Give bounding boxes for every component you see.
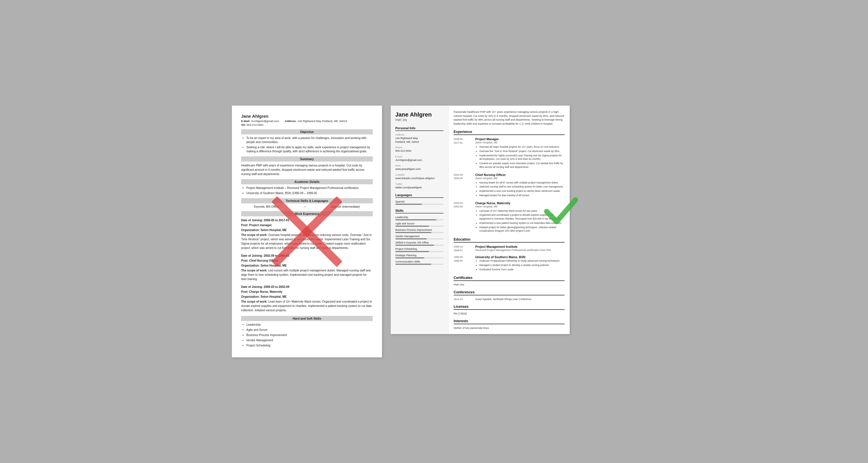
list-item: To be an expert in my area of work, with…	[246, 136, 373, 144]
right-twitter-label: Twitter	[395, 183, 443, 186]
exp-dates: 2006-05 -2017-01	[454, 137, 472, 170]
right-address-label: Address	[395, 133, 443, 136]
work-scope: The scope of work: Led nurses with multi…	[241, 268, 373, 281]
right-personal-title: Personal Info	[395, 126, 443, 131]
work-post: Post: Charge Nurse, Maternity	[241, 290, 373, 294]
list-item: Vendor Management	[246, 338, 373, 342]
left-skill-item: Keynote, MS Office	[254, 205, 279, 208]
right-right-col: Passionate healthcare PMP with 10+ years…	[448, 106, 570, 334]
right-twitter-value: twitter.com/janeahlgren	[395, 186, 443, 190]
right-experience-title: Experience	[454, 130, 564, 135]
right-licenses-title: Licenses	[454, 305, 564, 310]
exp-content: Charge Nurse, Maternity Seton Hospital, …	[475, 201, 564, 234]
work-post: Post: Project manager	[241, 223, 373, 227]
list-item: Managed project for lean training of all…	[479, 194, 564, 197]
left-work-entry-1: Date of Joining: 2006-05 to 2017-01 Post…	[241, 218, 373, 250]
exp-content: Project Manager Seton Hospital, ME Overs…	[475, 137, 564, 170]
exp-org: Seton Hospital, ME	[475, 205, 564, 208]
list-item: Implemented a new patient tracking syste…	[479, 221, 564, 225]
list-item: Nursing leader for all 87 nurses with mu…	[479, 181, 564, 185]
skill-leadership: Leadership	[395, 216, 443, 221]
edu-entry-2: 1996-09 -1999-05 University of Southern …	[454, 255, 564, 272]
list-item: Switched nursing staff to new scheduling…	[479, 185, 564, 189]
left-skills-list: Leadership Agile and Scrum Business Proc…	[241, 323, 373, 348]
page-container: Jane Ahlgren E-Mail: JUAhlgren@gmail.com…	[232, 106, 636, 357]
work-scope: The scope of work: Lead team of 15+ Mate…	[241, 299, 373, 312]
left-academic-list: Project Management Institute – Received …	[241, 186, 373, 195]
work-dates: Date of Joining: 2002-09 to 2006-05	[241, 254, 373, 258]
lang-name: Spanish	[395, 200, 443, 203]
list-item: Managed a student project to develop a w…	[479, 263, 560, 267]
work-org: Organization: Seton Hospital, ME	[241, 295, 373, 299]
skill-agile: Agile and Scrum	[395, 222, 443, 227]
exp-title: Project Manager	[475, 137, 564, 141]
list-item: Graduated Summa Cum Laude	[479, 268, 560, 271]
list-item: Project Management Institute – Received …	[246, 186, 373, 190]
exp-bullets: Led team of 15+ Maternity Ward nurses fo…	[475, 209, 564, 233]
exp-entry-1: 2006-05 -2017-01 Project Manager Seton H…	[454, 137, 564, 170]
work-dates: Date of Joining: 2000-03 to 2002-09	[241, 285, 373, 289]
list-item: Implemented the highly successful Lean T…	[479, 154, 564, 161]
resume-left: Jane Ahlgren E-Mail: JUAhlgren@gmail.com…	[232, 106, 382, 357]
exp-org: Seton Hospital, ME	[475, 141, 564, 144]
list-item: Seeking a role, where I will be able to …	[246, 145, 373, 154]
skill-communication: Communication Skills	[395, 260, 443, 265]
right-www-value: www.janeahlgren.com	[395, 167, 443, 171]
work-dates: Date of Joining: 2006-05 to 2017-01	[241, 218, 373, 223]
right-linkedin-value: www.linkedin.com/in/jane-ahlgren/	[395, 176, 443, 180]
skill-bpi: Business Process Improvement	[395, 229, 443, 233]
list-item: Leadership	[246, 323, 373, 327]
edu-dates: 1996-09 -1999-05	[454, 255, 472, 272]
edu-org: Received Project Management Professional…	[475, 249, 552, 252]
right-email-value: JUAhlgren@gmail.com	[395, 158, 443, 162]
left-name: Jane Ahlgren	[241, 114, 373, 119]
right-conf-title: Conferences	[454, 290, 564, 295]
right-name-block: Jane Ahlgren PMP, RN	[395, 111, 443, 122]
work-post: Post: Chief Nursing Officer	[241, 259, 373, 263]
left-tel: Tel: 555-212-5551	[241, 123, 373, 126]
conf-entry: 2014-10 Guest Speaker, Northeast Shingo …	[454, 298, 564, 301]
right-cert-title: Certificates	[454, 276, 564, 281]
exp-entry-3: 2000-03 -2002-09 Charge Nurse, Maternity…	[454, 201, 564, 234]
right-skills-title: Skills	[395, 209, 443, 213]
list-item: University of Southern Maine, BSN (1996-…	[246, 191, 373, 195]
exp-entry-2: 2002-09 -2006-05 Chief Nursing Officer S…	[454, 173, 564, 198]
right-lang-spanish: Spanish	[395, 200, 443, 205]
list-item: Created our popular supply room relocati…	[479, 162, 564, 169]
list-item: Andersen Postgraduate Fellowship to stud…	[479, 259, 560, 263]
list-item: Oversaw all major hospital projects for …	[479, 145, 564, 149]
list-item: Initiated project for better gloving/gow…	[479, 226, 564, 233]
left-language-item: Spanish (intermediate)	[331, 205, 360, 208]
right-email-label: E-mail	[395, 155, 443, 158]
right-credential: PMP, RN	[395, 119, 443, 122]
edu-content: University of Southern Maine, BSN Anders…	[475, 255, 560, 272]
exp-bullets: Oversaw all major hospital projects for …	[475, 145, 564, 169]
left-hard-soft-title: Hard and Soft Skills	[241, 316, 373, 321]
work-org: Organization: Seton Hospital, ME	[241, 263, 373, 268]
interest-item: Mother of two passionate boys.	[454, 327, 564, 329]
right-www-label: www	[395, 164, 443, 167]
left-address: Address: 134 Rightward Way Portland, ME,…	[285, 120, 347, 123]
right-address-value: 134 Rightward WayPortland, ME, 04019	[395, 136, 443, 144]
exp-org: Seton Hospital, ME	[475, 177, 564, 180]
skill-vendor: Vendor Management	[395, 235, 443, 239]
edu-bullets: Andersen Postgraduate Fellowship to stud…	[475, 259, 560, 271]
left-objective-title: Objective	[241, 129, 373, 134]
right-languages-title: Languages	[395, 193, 443, 198]
edu-title: University of Southern Maine, BSN	[475, 255, 560, 259]
left-objective-list: To be an expert in my area of work, with…	[241, 136, 373, 154]
exp-bullets: Nursing leader for all 87 nurses with mu…	[475, 181, 564, 197]
list-item: Oversaw the "Just in Time Restock" proje…	[479, 150, 564, 153]
exp-title: Chief Nursing Officer	[475, 173, 564, 176]
license-item: RN (73829)	[454, 312, 564, 315]
exp-title: Charge Nurse, Maternity	[475, 201, 564, 205]
edu-dates: 2008-10 -2008-07	[454, 245, 472, 253]
left-name-header: Jane Ahlgren E-Mail: JUAhlgren@gmail.com…	[241, 114, 373, 126]
list-item: Agile and Scrum	[246, 328, 373, 332]
exp-dates: 2000-03 -2002-09	[454, 201, 472, 234]
list-item: Organized and coordinated a project to d…	[479, 213, 564, 221]
left-technical-title: Technical Skills & Languages	[241, 198, 373, 203]
list-item: Business Process Improvement	[246, 333, 373, 337]
right-left-col: Jane Ahlgren PMP, RN Personal Info Addre…	[391, 106, 448, 334]
list-item: Led team of 15+ Maternity Ward nurses fo…	[479, 209, 564, 213]
